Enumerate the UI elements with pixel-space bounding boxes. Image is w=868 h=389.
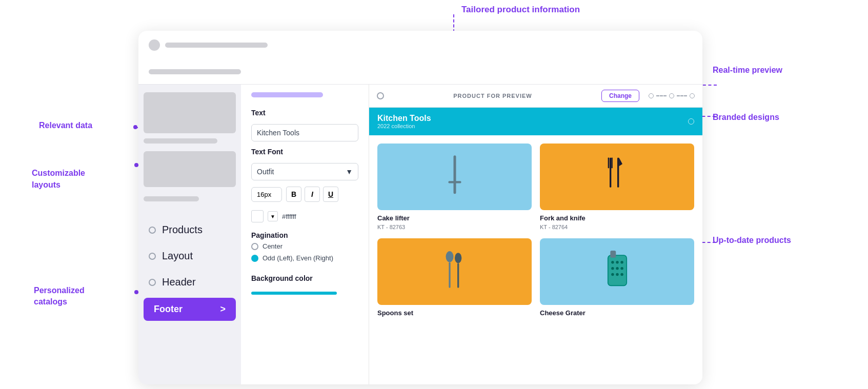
dropdown-icon: ▼ <box>346 168 353 176</box>
radio-center[interactable] <box>251 243 258 250</box>
product-image-fork-knife <box>540 144 694 210</box>
pagination-center-row[interactable]: Center <box>251 240 358 252</box>
color-swatch[interactable] <box>251 210 264 222</box>
sidebar-line-1 <box>144 138 217 144</box>
pagination-label: Pagination <box>251 231 358 239</box>
preview-dashes-2 <box>677 95 687 96</box>
annotation-branded: Branded designs <box>713 112 779 123</box>
catalog-title-area: Kitchen Tools 2022 collection <box>377 114 431 129</box>
dot-customizable <box>134 163 138 167</box>
product-sku-cake-lifter: KT - 82763 <box>377 224 532 230</box>
product-name-spoons: Spoons set <box>377 309 532 317</box>
sidebar-label-products: Products <box>162 224 203 236</box>
svg-point-18 <box>611 273 614 276</box>
svg-rect-7 <box>449 262 450 288</box>
color-hex: #ffffff <box>282 213 296 220</box>
underline-button[interactable]: U <box>323 187 338 202</box>
product-image-spoons <box>377 238 532 305</box>
change-button[interactable]: Change <box>601 90 639 102</box>
product-sku-fork-knife: KT - 82764 <box>540 224 694 230</box>
svg-point-17 <box>620 267 623 270</box>
font-size-row: B I U <box>251 187 358 202</box>
outer-topbar <box>138 31 702 59</box>
text-section-label: Text <box>251 109 358 117</box>
font-name: Outfit <box>257 168 274 176</box>
sidebar-line-2 <box>144 196 199 201</box>
grater-svg <box>599 246 635 297</box>
svg-rect-3 <box>608 158 609 169</box>
preview-dot-3 <box>690 93 695 98</box>
bold-button[interactable]: B <box>286 187 301 202</box>
product-card-spoons: Spoons set <box>377 238 532 319</box>
middle-panel: Text Text Font Outfit ▼ B I U ▼ <box>241 85 369 384</box>
font-size-input[interactable] <box>251 187 282 202</box>
product-image-grater <box>540 238 694 305</box>
catalog-subtitle: 2022 collection <box>377 123 431 129</box>
sidebar-label-header: Header <box>162 276 196 288</box>
svg-rect-10 <box>608 255 626 285</box>
product-name-fork-knife: Fork and knife <box>540 214 694 222</box>
product-for-preview-label: PRODUCT FOR PREVIEW <box>389 93 596 99</box>
text-input[interactable] <box>251 124 358 141</box>
footer-btn-label: Footer <box>154 304 183 315</box>
spoons-svg <box>439 246 470 297</box>
catalog-title: Kitchen Tools <box>377 114 431 123</box>
sidebar-dot-header <box>149 279 156 286</box>
sidebar-item-layout[interactable]: Layout <box>144 243 236 269</box>
svg-rect-1 <box>448 181 461 183</box>
pagination-section: Pagination Center Odd (Left), Even (Righ… <box>251 231 358 264</box>
color-dropdown-btn[interactable]: ▼ <box>268 211 278 221</box>
italic-button[interactable]: I <box>305 187 320 202</box>
sidebar-item-header[interactable]: Header <box>144 269 236 295</box>
radio-odd-even[interactable] <box>251 255 258 262</box>
pagination-center-label: Center <box>263 242 282 250</box>
sidebar-dot-products <box>149 227 156 234</box>
annotation-realtime: Real-time preview <box>713 65 782 76</box>
dot-personalized <box>134 290 138 294</box>
annotation-tailored: Tailored product information <box>461 4 580 15</box>
preview-dot-2 <box>669 93 674 98</box>
svg-point-15 <box>611 267 614 270</box>
sidebar-block-2 <box>144 151 236 187</box>
svg-rect-2 <box>610 158 611 188</box>
bg-color-label: Background color <box>251 274 358 282</box>
pagination-odd-label: Odd (Left), Even (Right) <box>263 254 333 262</box>
color-row: ▼ #ffffff <box>251 210 358 222</box>
footer-btn-arrow: > <box>220 304 226 315</box>
topbar-line <box>165 43 268 48</box>
right-panel: PRODUCT FOR PREVIEW Change Kitchen Tools… <box>369 85 702 384</box>
svg-point-8 <box>455 253 461 263</box>
svg-rect-0 <box>453 155 456 194</box>
svg-point-14 <box>620 261 623 263</box>
annotation-relevant: Relevant data <box>39 120 92 131</box>
sidebar-item-products[interactable]: Products <box>144 217 236 243</box>
catalog-header: Kitchen Tools 2022 collection <box>369 108 702 135</box>
bg-color-bar <box>251 292 337 295</box>
catalog-content: Kitchen Tools 2022 collection <box>369 108 702 327</box>
second-topbar <box>138 59 702 85</box>
preview-topbar-dot <box>377 92 384 99</box>
footer-button[interactable]: Footer > <box>144 298 236 321</box>
sidebar-dot-layout <box>149 253 156 260</box>
annotation-customizable: Customizablelayouts <box>32 156 85 191</box>
sidebar-nav: Products Layout Header Footer > <box>144 217 236 321</box>
product-card-grater: Cheese Grater <box>540 238 694 319</box>
second-topbar-line <box>149 69 241 74</box>
svg-point-12 <box>611 261 614 263</box>
dot-relevant <box>133 125 137 129</box>
inner-layout: Products Layout Header Footer > <box>138 85 702 384</box>
svg-point-19 <box>616 273 618 276</box>
font-select[interactable]: Outfit ▼ <box>251 163 358 180</box>
cake-lifter-svg <box>442 151 468 202</box>
product-name-cake-lifter: Cake lifter <box>377 214 532 222</box>
svg-rect-5 <box>617 158 619 188</box>
pagination-odd-row[interactable]: Odd (Left), Even (Right) <box>251 252 358 264</box>
left-sidebar: Products Layout Header Footer > <box>138 85 241 384</box>
preview-dots-right <box>649 93 695 98</box>
svg-point-6 <box>446 251 453 262</box>
catalog-header-icon <box>688 118 694 125</box>
svg-rect-4 <box>611 158 613 169</box>
product-card-cake-lifter: Cake lifter KT - 82763 <box>377 144 532 230</box>
preview-dashes <box>656 95 667 96</box>
sidebar-label-layout: Layout <box>162 250 193 262</box>
